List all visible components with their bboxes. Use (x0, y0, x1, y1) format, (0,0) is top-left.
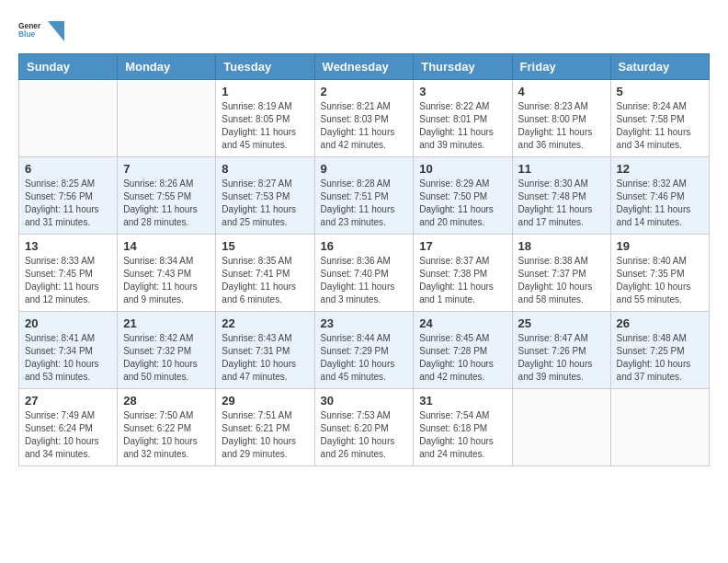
day-number: 26 (617, 316, 703, 330)
day-number: 9 (321, 162, 408, 176)
logo: General Blue (18, 18, 64, 44)
day-number: 23 (321, 316, 408, 330)
day-number: 6 (25, 162, 111, 176)
calendar-cell: 15Sunrise: 8:35 AM Sunset: 7:41 PM Dayli… (216, 235, 314, 312)
day-number: 15 (222, 239, 308, 253)
calendar-cell: 26Sunrise: 8:48 AM Sunset: 7:25 PM Dayli… (610, 312, 709, 389)
calendar-week-row: 1Sunrise: 8:19 AM Sunset: 8:05 PM Daylig… (19, 80, 710, 157)
day-info: Sunrise: 8:23 AM Sunset: 8:00 PM Dayligh… (518, 100, 605, 152)
logo-triangle-icon (48, 21, 64, 41)
calendar-cell: 14Sunrise: 8:34 AM Sunset: 7:43 PM Dayli… (118, 235, 216, 312)
day-number: 10 (419, 162, 506, 176)
calendar-cell: 31Sunrise: 7:54 AM Sunset: 6:18 PM Dayli… (414, 389, 512, 466)
calendar-cell: 23Sunrise: 8:44 AM Sunset: 7:29 PM Dayli… (314, 312, 414, 389)
weekday-header-thursday: Thursday (414, 54, 512, 80)
logo-icon: General Blue (18, 18, 40, 40)
weekday-header-sunday: Sunday (19, 54, 118, 80)
calendar-cell: 16Sunrise: 8:36 AM Sunset: 7:40 PM Dayli… (314, 235, 414, 312)
calendar-cell: 7Sunrise: 8:26 AM Sunset: 7:55 PM Daylig… (118, 157, 216, 235)
day-number: 28 (123, 394, 210, 408)
day-number: 2 (321, 85, 408, 98)
weekday-header-saturday: Saturday (610, 54, 709, 80)
day-info: Sunrise: 8:47 AM Sunset: 7:26 PM Dayligh… (518, 332, 605, 384)
day-number: 20 (25, 316, 111, 330)
weekday-header-tuesday: Tuesday (216, 54, 314, 80)
calendar-cell: 17Sunrise: 8:37 AM Sunset: 7:38 PM Dayli… (414, 235, 512, 312)
calendar-cell (118, 80, 216, 157)
calendar-cell: 24Sunrise: 8:45 AM Sunset: 7:28 PM Dayli… (414, 312, 512, 389)
day-number: 7 (123, 162, 210, 176)
calendar-cell: 8Sunrise: 8:27 AM Sunset: 7:53 PM Daylig… (216, 157, 314, 235)
calendar-cell: 29Sunrise: 7:51 AM Sunset: 6:21 PM Dayli… (216, 389, 314, 466)
calendar-cell: 6Sunrise: 8:25 AM Sunset: 7:56 PM Daylig… (19, 157, 118, 235)
day-info: Sunrise: 8:37 AM Sunset: 7:38 PM Dayligh… (419, 255, 506, 306)
weekday-header-row: SundayMondayTuesdayWednesdayThursdayFrid… (19, 54, 710, 80)
day-info: Sunrise: 8:48 AM Sunset: 7:25 PM Dayligh… (617, 332, 703, 384)
calendar-table: SundayMondayTuesdayWednesdayThursdayFrid… (18, 53, 710, 466)
calendar-cell: 22Sunrise: 8:43 AM Sunset: 7:31 PM Dayli… (216, 312, 314, 389)
day-info: Sunrise: 7:53 AM Sunset: 6:20 PM Dayligh… (321, 409, 408, 461)
day-number: 16 (321, 239, 408, 253)
day-info: Sunrise: 7:50 AM Sunset: 6:22 PM Dayligh… (123, 409, 210, 461)
day-info: Sunrise: 8:22 AM Sunset: 8:01 PM Dayligh… (419, 100, 506, 152)
day-number: 17 (419, 239, 506, 253)
day-info: Sunrise: 8:26 AM Sunset: 7:55 PM Dayligh… (123, 178, 210, 229)
day-number: 18 (518, 239, 605, 253)
calendar-cell (610, 389, 709, 466)
day-info: Sunrise: 8:35 AM Sunset: 7:41 PM Dayligh… (222, 255, 308, 306)
weekday-header-wednesday: Wednesday (314, 54, 414, 80)
day-number: 21 (123, 316, 210, 330)
calendar-cell: 28Sunrise: 7:50 AM Sunset: 6:22 PM Dayli… (118, 389, 216, 466)
day-info: Sunrise: 8:32 AM Sunset: 7:46 PM Dayligh… (617, 178, 703, 229)
calendar-cell: 2Sunrise: 8:21 AM Sunset: 8:03 PM Daylig… (314, 80, 414, 157)
day-number: 1 (222, 85, 308, 98)
day-info: Sunrise: 8:41 AM Sunset: 7:34 PM Dayligh… (25, 332, 111, 384)
day-info: Sunrise: 8:33 AM Sunset: 7:45 PM Dayligh… (25, 255, 111, 306)
day-number: 24 (419, 316, 506, 330)
day-info: Sunrise: 8:29 AM Sunset: 7:50 PM Dayligh… (419, 178, 506, 229)
day-number: 30 (321, 394, 408, 408)
page-header: General Blue (18, 18, 710, 44)
day-number: 27 (25, 394, 111, 408)
day-number: 11 (518, 162, 605, 176)
day-info: Sunrise: 7:51 AM Sunset: 6:21 PM Dayligh… (222, 409, 308, 461)
calendar-cell (19, 80, 118, 157)
calendar-cell: 12Sunrise: 8:32 AM Sunset: 7:46 PM Dayli… (610, 157, 709, 235)
day-number: 31 (419, 394, 506, 408)
calendar-cell: 20Sunrise: 8:41 AM Sunset: 7:34 PM Dayli… (19, 312, 118, 389)
calendar-week-row: 20Sunrise: 8:41 AM Sunset: 7:34 PM Dayli… (19, 312, 710, 389)
calendar-cell: 30Sunrise: 7:53 AM Sunset: 6:20 PM Dayli… (314, 389, 414, 466)
calendar-cell: 27Sunrise: 7:49 AM Sunset: 6:24 PM Dayli… (19, 389, 118, 466)
day-number: 3 (419, 85, 506, 98)
day-number: 14 (123, 239, 210, 253)
day-info: Sunrise: 8:21 AM Sunset: 8:03 PM Dayligh… (321, 100, 408, 152)
day-info: Sunrise: 8:34 AM Sunset: 7:43 PM Dayligh… (123, 255, 210, 306)
day-info: Sunrise: 8:45 AM Sunset: 7:28 PM Dayligh… (419, 332, 506, 384)
calendar-cell: 1Sunrise: 8:19 AM Sunset: 8:05 PM Daylig… (216, 80, 314, 157)
calendar-cell: 25Sunrise: 8:47 AM Sunset: 7:26 PM Dayli… (512, 312, 610, 389)
calendar-week-row: 6Sunrise: 8:25 AM Sunset: 7:56 PM Daylig… (19, 157, 710, 235)
calendar-cell: 3Sunrise: 8:22 AM Sunset: 8:01 PM Daylig… (414, 80, 512, 157)
day-info: Sunrise: 8:42 AM Sunset: 7:32 PM Dayligh… (123, 332, 210, 384)
day-number: 13 (25, 239, 111, 253)
day-number: 5 (617, 85, 703, 98)
calendar-cell: 11Sunrise: 8:30 AM Sunset: 7:48 PM Dayli… (512, 157, 610, 235)
day-info: Sunrise: 8:27 AM Sunset: 7:53 PM Dayligh… (222, 178, 308, 229)
day-info: Sunrise: 8:44 AM Sunset: 7:29 PM Dayligh… (321, 332, 408, 384)
calendar-week-row: 13Sunrise: 8:33 AM Sunset: 7:45 PM Dayli… (19, 235, 710, 312)
day-number: 4 (518, 85, 605, 98)
day-number: 29 (222, 394, 308, 408)
day-info: Sunrise: 8:25 AM Sunset: 7:56 PM Dayligh… (25, 178, 111, 229)
svg-marker-3 (48, 21, 64, 41)
calendar-week-row: 27Sunrise: 7:49 AM Sunset: 6:24 PM Dayli… (19, 389, 710, 466)
day-info: Sunrise: 7:49 AM Sunset: 6:24 PM Dayligh… (25, 409, 111, 461)
day-info: Sunrise: 8:43 AM Sunset: 7:31 PM Dayligh… (222, 332, 308, 384)
day-number: 22 (222, 316, 308, 330)
calendar-cell: 18Sunrise: 8:38 AM Sunset: 7:37 PM Dayli… (512, 235, 610, 312)
calendar-cell: 5Sunrise: 8:24 AM Sunset: 7:58 PM Daylig… (610, 80, 709, 157)
day-info: Sunrise: 8:19 AM Sunset: 8:05 PM Dayligh… (222, 100, 308, 152)
calendar-cell: 19Sunrise: 8:40 AM Sunset: 7:35 PM Dayli… (610, 235, 709, 312)
weekday-header-monday: Monday (118, 54, 216, 80)
day-number: 25 (518, 316, 605, 330)
calendar-cell: 13Sunrise: 8:33 AM Sunset: 7:45 PM Dayli… (19, 235, 118, 312)
